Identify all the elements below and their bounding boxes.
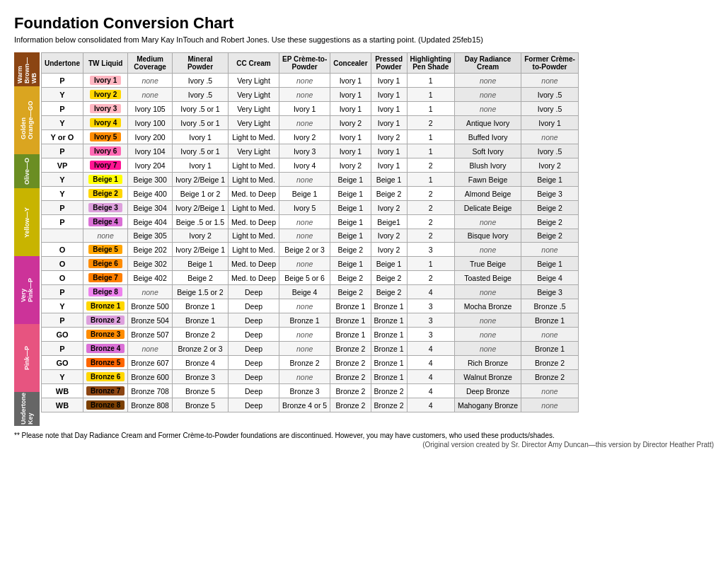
cell-former-creme: Ivory .5 [521, 144, 579, 158]
cell-highlighting: 4 [407, 285, 454, 299]
col-header-day-radiance: Day RadianceCream [454, 53, 521, 74]
cell-medium-coverage: none [128, 342, 173, 356]
cell-mineral-powder: Beige 2 [172, 271, 228, 285]
cell-concealer: Beige 1 [330, 201, 371, 215]
cell-pressed-powder: Ivory 1 [371, 88, 407, 102]
cell-former-creme: none [521, 74, 579, 88]
cell-pressed-powder: Beige 2 [371, 187, 407, 201]
cell-former-creme: Beige 2 [521, 201, 579, 215]
cell-pressed-powder: Ivory 1 [371, 102, 407, 116]
cell-mineral-powder: Ivory 2/Beige 1 [172, 201, 228, 215]
cell-medium-coverage: Beige 404 [128, 215, 173, 229]
cell-mineral-powder: Beige 1.5 or 2 [172, 285, 228, 299]
cell-cc-cream: Very Light [229, 144, 279, 158]
cell-pressed-powder: Ivory 1 [371, 144, 407, 158]
cell-tw-liquid: Ivory 5 [83, 130, 128, 144]
cell-cc-cream: Light to Med. [229, 173, 279, 187]
cell-mineral-powder: Bronze 4 [172, 356, 228, 370]
cell-highlighting: 2 [407, 271, 454, 285]
table-row: PIvory 3Ivory 105Ivory .5 or 1Very Light… [42, 102, 579, 116]
cell-mineral-powder: Bronze 1 [172, 313, 228, 328]
cell-concealer: Ivory 1 [330, 130, 371, 144]
cell-pressed-powder: Bronze 1 [371, 299, 407, 313]
cell-day-radiance: Deep Bronze [454, 384, 521, 398]
col-header-mineral-powder: MineralPowder [172, 53, 228, 74]
cell-concealer: Ivory 2 [330, 116, 371, 130]
cell-medium-coverage: Ivory 204 [128, 158, 173, 173]
cell-highlighting: 4 [407, 342, 454, 356]
cell-highlighting: 4 [407, 398, 454, 412]
cell-mineral-powder: Ivory 1 [172, 130, 228, 144]
col-header-highlighting: HighlightingPen Shade [407, 53, 454, 74]
table-row: OBeige 7Beige 402Beige 2Med. to DeepBeig… [42, 271, 579, 285]
cell-pressed-powder: Beige 1 [371, 257, 407, 271]
cell-medium-coverage: Beige 305 [128, 229, 173, 243]
cell-cc-cream: Light to Med. [229, 229, 279, 243]
col-header-pressed-powder: PressedPowder [371, 53, 407, 74]
cell-undertone: P [42, 144, 83, 158]
cell-medium-coverage: Ivory 100 [128, 116, 173, 130]
table-row: PIvory 1noneIvory .5Very LightnoneIvory … [42, 74, 579, 88]
cell-ep-creme: none [279, 215, 330, 229]
cell-former-creme: Beige 4 [521, 271, 579, 285]
cell-mineral-powder: Beige 1 [172, 257, 228, 271]
cell-former-creme: none [521, 243, 579, 257]
cell-concealer: Beige 1 [330, 215, 371, 229]
cell-tw-liquid: Beige 5 [83, 243, 128, 257]
cell-cc-cream: Deep [229, 342, 279, 356]
cell-cc-cream: Very Light [229, 74, 279, 88]
cell-cc-cream: Very Light [229, 88, 279, 102]
cell-concealer: Bronze 2 [330, 370, 371, 384]
col-header-undertone: Undertone [42, 53, 83, 74]
cell-highlighting: 3 [407, 243, 454, 257]
table-row: PBronze 2Bronze 504Bronze 1DeepBronze 1B… [42, 313, 579, 328]
cell-ep-creme: Beige 5 or 6 [279, 271, 330, 285]
footer-credit: (Original version created by Sr. Directo… [14, 441, 714, 449]
cell-ep-creme: none [279, 257, 330, 271]
cell-pressed-powder: Ivory 2 [371, 229, 407, 243]
cell-concealer: Beige 1 [330, 187, 371, 201]
table-row: PBronze 4noneBronze 2 or 3DeepnoneBronze… [42, 342, 579, 356]
cell-mineral-powder: Beige 1 or 2 [172, 187, 228, 201]
cell-concealer: Ivory 1 [330, 102, 371, 116]
cell-mineral-powder: Bronze 3 [172, 370, 228, 384]
col-header-medium-coverage: MediumCoverage [128, 53, 173, 74]
cell-tw-liquid: Ivory 3 [83, 102, 128, 116]
cell-concealer: Beige 2 [330, 271, 371, 285]
cell-ep-creme: Ivory 4 [279, 158, 330, 173]
col-header-former-creme: Former Crème-to-Powder [521, 53, 579, 74]
cell-tw-liquid: Ivory 7 [83, 158, 128, 173]
cell-undertone: P [42, 102, 83, 116]
cell-tw-liquid: Beige 6 [83, 257, 128, 271]
cell-undertone: P [42, 215, 83, 229]
cell-concealer: Ivory 1 [330, 74, 371, 88]
cell-day-radiance: Buffed Ivory [454, 130, 521, 144]
cell-medium-coverage: Ivory 200 [128, 130, 173, 144]
cell-undertone: WB [42, 384, 83, 398]
cell-concealer: Bronze 2 [330, 356, 371, 370]
cell-highlighting: 1 [407, 173, 454, 187]
cell-day-radiance: none [454, 215, 521, 229]
cell-pressed-powder: Bronze 2 [371, 384, 407, 398]
cell-day-radiance: none [454, 342, 521, 356]
table-row: PBeige 3Beige 304Ivory 2/Beige 1Light to… [42, 201, 579, 215]
cell-concealer: Bronze 2 [330, 398, 371, 412]
cell-cc-cream: Deep [229, 398, 279, 412]
cell-medium-coverage: Bronze 808 [128, 398, 173, 412]
side-label-undertone-key: UndertoneKey [14, 392, 40, 426]
cell-ep-creme: Ivory 3 [279, 144, 330, 158]
cell-concealer: Bronze 2 [330, 342, 371, 356]
footer-note: ** Please note that Day Radiance Cream a… [14, 432, 714, 439]
side-label-olive: Olive—O [14, 154, 40, 188]
chart-wrapper: WarmBrown—WB GoldenOrange—GO Olive—O Yel… [14, 52, 714, 426]
table-row: GOBronze 3Bronze 507Bronze 2DeepnoneBron… [42, 328, 579, 342]
cell-day-radiance: True Beige [454, 257, 521, 271]
page-title: Foundation Conversion Chart [14, 14, 714, 33]
cell-former-creme: Beige 3 [521, 285, 579, 299]
cell-ep-creme: Bronze 1 [279, 313, 330, 328]
cell-tw-liquid: Ivory 2 [83, 88, 128, 102]
cell-highlighting: 2 [407, 215, 454, 229]
cell-day-radiance: Almond Beige [454, 187, 521, 201]
cell-day-radiance: Bisque Ivory [454, 229, 521, 243]
cell-undertone: VP [42, 158, 83, 173]
